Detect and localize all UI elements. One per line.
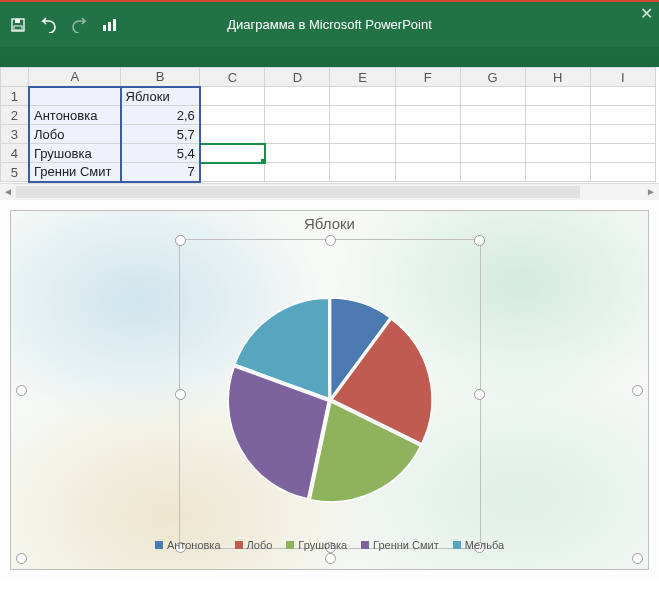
app-window: Диаграмма в Microsoft PowerPoint ✕ A B C…	[0, 0, 659, 594]
col-header[interactable]: G	[460, 68, 525, 87]
cell[interactable]	[265, 125, 330, 144]
slide-background[interactable]: Яблоки АнтоновкаЛобоГрушовкаГренни СмитМ…	[10, 210, 649, 570]
undo-icon[interactable]	[38, 17, 58, 33]
cell[interactable]	[590, 163, 655, 182]
col-header[interactable]: E	[330, 68, 395, 87]
col-header-row[interactable]: A B C D E F G H I	[1, 68, 656, 87]
legend-item[interactable]: Лобо	[235, 539, 273, 551]
resize-handle[interactable]	[175, 235, 186, 246]
cell[interactable]	[460, 163, 525, 182]
resize-handle[interactable]	[325, 235, 336, 246]
row-header[interactable]: 4	[1, 144, 29, 163]
cell[interactable]	[395, 125, 460, 144]
chart-legend[interactable]: АнтоновкаЛобоГрушовкаГренни СмитМельба	[11, 539, 648, 551]
legend-item[interactable]: Грушовка	[286, 539, 347, 551]
cell[interactable]	[590, 87, 655, 106]
resize-handle[interactable]	[325, 553, 336, 564]
select-all-cell[interactable]	[1, 68, 29, 87]
cell[interactable]	[330, 125, 395, 144]
cell[interactable]	[330, 87, 395, 106]
chart-plot-area[interactable]	[179, 239, 481, 549]
cell[interactable]: Антоновка	[29, 106, 121, 125]
scroll-thumb[interactable]	[16, 186, 580, 198]
cell[interactable]: 5,4	[121, 144, 200, 163]
horizontal-scrollbar[interactable]: ◄ ►	[0, 183, 659, 200]
cell[interactable]: 5,7	[121, 125, 200, 144]
spreadsheet: A B C D E F G H I 1 Яблоки 2 Антоновка 2…	[0, 67, 659, 200]
col-header[interactable]: D	[265, 68, 330, 87]
resize-handle[interactable]	[474, 235, 485, 246]
cell[interactable]	[460, 87, 525, 106]
cell[interactable]	[265, 106, 330, 125]
cell[interactable]: 7	[121, 163, 200, 182]
cell[interactable]: Грушовка	[29, 144, 121, 163]
cell[interactable]	[200, 106, 265, 125]
scroll-left-icon[interactable]: ◄	[0, 186, 16, 197]
cell[interactable]	[525, 125, 590, 144]
cell[interactable]	[525, 144, 590, 163]
row[interactable]: 4 Грушовка 5,4	[1, 144, 656, 163]
resize-handle[interactable]	[16, 385, 27, 396]
cell[interactable]	[395, 87, 460, 106]
row-header[interactable]: 2	[1, 106, 29, 125]
legend-label: Антоновка	[167, 539, 221, 551]
cell[interactable]	[590, 144, 655, 163]
col-header[interactable]: H	[525, 68, 590, 87]
row-header[interactable]: 3	[1, 125, 29, 144]
resize-handle[interactable]	[632, 553, 643, 564]
resize-handle[interactable]	[16, 553, 27, 564]
cell[interactable]: 2,6	[121, 106, 200, 125]
row[interactable]: 5 Гренни Смит 7	[1, 163, 656, 182]
cell[interactable]: Гренни Смит	[29, 163, 121, 182]
cell[interactable]	[460, 144, 525, 163]
cell[interactable]	[460, 106, 525, 125]
cell[interactable]: Лобо	[29, 125, 121, 144]
chart-title[interactable]: Яблоки	[11, 215, 648, 232]
cell[interactable]	[395, 106, 460, 125]
cell[interactable]	[265, 87, 330, 106]
scroll-right-icon[interactable]: ►	[643, 186, 659, 197]
cell[interactable]: Яблоки	[121, 87, 200, 106]
cell[interactable]	[525, 87, 590, 106]
save-icon[interactable]	[10, 17, 26, 33]
active-cell[interactable]	[200, 144, 265, 163]
pie-chart[interactable]	[220, 290, 440, 513]
row[interactable]: 3 Лобо 5,7	[1, 125, 656, 144]
chart-customize-icon[interactable]	[102, 17, 120, 33]
cell[interactable]	[525, 163, 590, 182]
cell[interactable]	[200, 87, 265, 106]
grid[interactable]: A B C D E F G H I 1 Яблоки 2 Антоновка 2…	[0, 67, 656, 183]
cell[interactable]	[460, 125, 525, 144]
cell[interactable]	[395, 163, 460, 182]
col-header[interactable]: F	[395, 68, 460, 87]
cell[interactable]	[265, 163, 330, 182]
row[interactable]: 1 Яблоки	[1, 87, 656, 106]
legend-item[interactable]: Гренни Смит	[361, 539, 439, 551]
legend-item[interactable]: Мельба	[453, 539, 504, 551]
close-icon[interactable]: ✕	[640, 4, 653, 23]
row-header[interactable]: 1	[1, 87, 29, 106]
cell[interactable]	[395, 144, 460, 163]
cell[interactable]	[330, 163, 395, 182]
resize-handle[interactable]	[474, 389, 485, 400]
col-header[interactable]: I	[590, 68, 655, 87]
cell[interactable]	[200, 125, 265, 144]
cell[interactable]	[29, 87, 121, 106]
cell[interactable]	[330, 106, 395, 125]
cell[interactable]	[590, 125, 655, 144]
redo-icon[interactable]	[70, 17, 90, 33]
resize-handle[interactable]	[632, 385, 643, 396]
col-header[interactable]: B	[121, 68, 200, 87]
legend-item[interactable]: Антоновка	[155, 539, 221, 551]
col-header[interactable]: A	[29, 68, 121, 87]
cell[interactable]	[200, 163, 265, 182]
cell[interactable]	[525, 106, 590, 125]
col-header[interactable]: C	[200, 68, 265, 87]
scroll-track[interactable]	[16, 186, 643, 198]
cell[interactable]	[330, 144, 395, 163]
row[interactable]: 2 Антоновка 2,6	[1, 106, 656, 125]
cell[interactable]	[265, 144, 330, 163]
row-header[interactable]: 5	[1, 163, 29, 182]
resize-handle[interactable]	[175, 389, 186, 400]
cell[interactable]	[590, 106, 655, 125]
